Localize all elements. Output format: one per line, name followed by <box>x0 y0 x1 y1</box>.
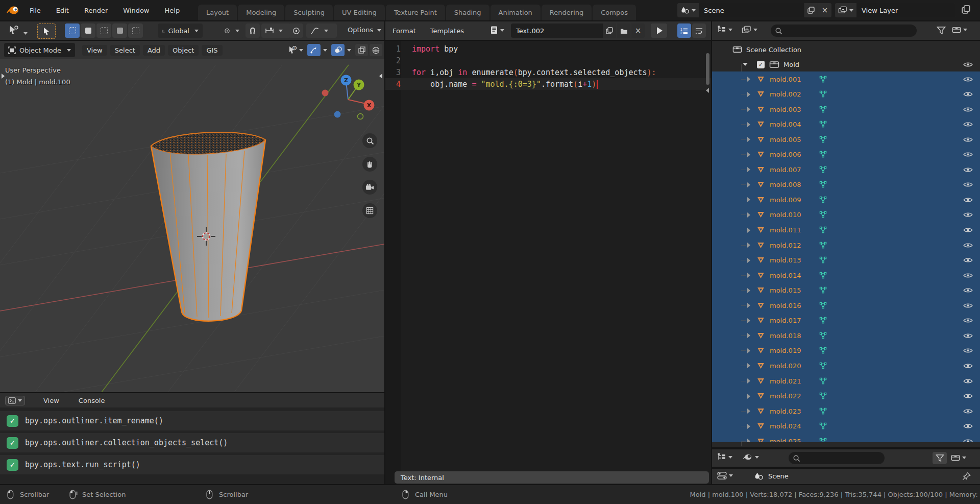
scene-name[interactable]: Scene <box>699 3 804 17</box>
outliner-object-row[interactable]: mold.025 <box>712 434 980 442</box>
menu-item[interactable]: Add <box>143 45 165 56</box>
proportional-editing-button[interactable] <box>289 23 303 38</box>
object-name[interactable]: mold.003 <box>770 106 819 113</box>
pivot-point-dropdown[interactable] <box>220 23 243 38</box>
object-name[interactable]: mold.023 <box>770 407 819 415</box>
menu-item[interactable]: Object <box>168 45 199 56</box>
filter-icon[interactable] <box>937 26 946 36</box>
object-name[interactable]: mold.009 <box>770 196 819 204</box>
object-name[interactable]: mold.007 <box>770 166 819 174</box>
menu-item[interactable]: Help <box>159 5 186 16</box>
outliner-display-mode-dropdown[interactable] <box>717 26 732 34</box>
open-text-button[interactable] <box>617 23 630 38</box>
hide-toggle-eye-icon[interactable] <box>963 257 973 263</box>
snap-toggle-button[interactable] <box>246 23 260 38</box>
expand-arrow-icon[interactable] <box>747 152 750 157</box>
hide-toggle-eye-icon[interactable] <box>963 393 973 399</box>
expand-arrow-icon[interactable] <box>747 378 750 383</box>
outliner-object-row[interactable]: mold.008 <box>712 177 980 193</box>
tweak-tool-button[interactable] <box>37 23 56 39</box>
info-log-row[interactable]: ✓ bpy.ops.outliner.collection_objects_se… <box>0 433 384 452</box>
view-layer-selector[interactable]: View Layer <box>835 3 955 17</box>
text-editor[interactable]: 1 import bpy 2 3 for i,obj in enumerate(… <box>385 41 711 484</box>
collection-checkbox[interactable]: ✓ <box>757 61 765 68</box>
outliner-object-row[interactable]: mold.022 <box>712 389 980 404</box>
expand-arrow-icon[interactable] <box>747 394 750 399</box>
workspace-tab[interactable]: Animation <box>491 5 541 20</box>
proportional-falloff-dropdown[interactable] <box>306 23 337 38</box>
outliner[interactable]: Scene Collection ✓ Mold mold.001 <box>712 41 980 447</box>
options-dropdown[interactable]: Options <box>348 26 381 34</box>
hide-toggle-eye-icon[interactable] <box>963 151 973 158</box>
hide-toggle-eye-icon[interactable] <box>963 287 973 294</box>
outliner-object-row[interactable]: mold.010 <box>712 207 980 223</box>
outliner-object-row[interactable]: mold.007 <box>712 162 980 177</box>
pin-icon[interactable] <box>962 472 971 482</box>
scene-collection-row[interactable]: Scene Collection <box>712 42 980 57</box>
select-mode-invert-button[interactable] <box>112 23 127 38</box>
duplicate-text-button[interactable] <box>603 23 616 38</box>
sidebar-collapse-icon[interactable] <box>379 74 382 79</box>
expand-arrow-icon[interactable] <box>747 243 750 248</box>
workspace-tab[interactable]: UV Editing <box>334 5 385 20</box>
workspace-tab[interactable]: Rendering <box>542 5 592 20</box>
expand-arrow-icon[interactable] <box>747 333 750 338</box>
workspace-tab[interactable]: Compos <box>593 5 636 20</box>
hide-toggle-eye-icon[interactable] <box>963 136 973 143</box>
object-name[interactable]: mold.018 <box>770 332 819 340</box>
code-line[interactable]: 1 import bpy <box>385 43 711 55</box>
expand-arrow-icon[interactable] <box>747 348 750 353</box>
active-tool-icon[interactable] <box>8 25 28 37</box>
outliner-object-row[interactable]: mold.014 <box>712 268 980 283</box>
hide-toggle-eye-icon[interactable] <box>963 363 973 369</box>
expand-arrow-icon[interactable] <box>747 212 750 218</box>
menu-item[interactable]: Window <box>117 5 155 16</box>
show-overlays-toggle[interactable] <box>331 44 345 56</box>
expand-arrow-icon[interactable] <box>747 273 750 278</box>
menu-item[interactable]: View <box>37 395 65 406</box>
scene-selector[interactable]: Scene × <box>677 3 831 17</box>
viewport-3d[interactable]: Z Y X Object Mode ViewSelectAddObjectGIS… <box>0 41 384 392</box>
collection-filter-dropdown[interactable] <box>951 454 966 462</box>
outliner-object-row[interactable]: mold.024 <box>712 419 980 434</box>
snap-target-dropdown[interactable] <box>261 23 291 38</box>
expand-arrow-icon[interactable] <box>747 303 750 308</box>
hide-toggle-eye-icon[interactable] <box>963 106 973 113</box>
select-mode-extend-button[interactable] <box>81 23 95 38</box>
select-mode-intersect-button[interactable] <box>128 23 143 38</box>
object-name[interactable]: mold.008 <box>770 181 819 188</box>
object-name[interactable]: mold.017 <box>770 317 819 324</box>
outliner-object-row[interactable]: mold.009 <box>712 192 980 207</box>
object-name[interactable]: mold.020 <box>770 362 819 370</box>
outliner-object-row[interactable]: mold.006 <box>712 147 980 162</box>
expand-arrow-icon[interactable] <box>747 409 750 414</box>
sidebar-collapse-icon[interactable] <box>706 88 709 93</box>
show-gizmo-toggle[interactable] <box>307 44 321 56</box>
blender-data-dropdown[interactable] <box>743 452 759 462</box>
expand-arrow-icon[interactable] <box>747 107 750 112</box>
hide-toggle-eye-icon[interactable] <box>963 211 973 218</box>
hide-toggle-eye-icon[interactable] <box>963 378 973 385</box>
run-script-button[interactable] <box>651 23 667 38</box>
outliner-object-row[interactable]: mold.011 <box>712 223 980 238</box>
outliner-object-row[interactable]: mold.015 <box>712 283 980 298</box>
hide-toggle-eye-icon[interactable] <box>963 197 973 203</box>
hide-toggle-eye-icon[interactable] <box>963 227 973 233</box>
outliner-display-mode-dropdown[interactable] <box>717 453 732 462</box>
object-name[interactable]: mold.024 <box>770 422 819 430</box>
menu-item[interactable]: Console <box>72 395 111 406</box>
object-name[interactable]: mold.012 <box>770 242 819 249</box>
code-line[interactable]: 3 for i,obj in enumerate(bpy.context.sel… <box>385 66 711 78</box>
blender-logo[interactable] <box>6 5 20 16</box>
expand-arrow-icon[interactable] <box>747 122 750 127</box>
object-name[interactable]: mold.013 <box>770 256 819 264</box>
pan-hand-button[interactable] <box>362 157 377 172</box>
expand-arrow-icon[interactable] <box>747 318 750 323</box>
collection-row[interactable]: ✓ Mold <box>712 57 980 72</box>
hide-toggle-eye-icon[interactable] <box>963 332 973 339</box>
code-line[interactable]: 4 obj.name = "mold.{:0=3}".format(i+1) <box>385 78 711 90</box>
toolbar-expand-icon[interactable] <box>2 74 5 79</box>
properties-editor-icon[interactable] <box>717 471 733 480</box>
outliner-object-row[interactable]: mold.021 <box>712 373 980 389</box>
workspace-tab[interactable]: Shading <box>446 5 489 20</box>
